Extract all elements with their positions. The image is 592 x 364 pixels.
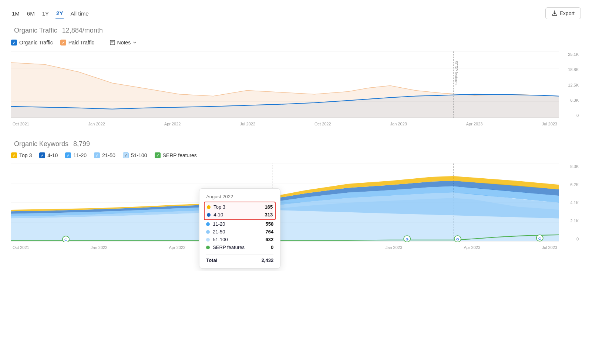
tooltip-dot-4-10 [207, 213, 211, 217]
legend-paid-traffic[interactable]: ✓ Paid Traffic [60, 40, 94, 46]
notes-button[interactable]: Notes [110, 40, 137, 46]
legend-4-10[interactable]: ✓ 4-10 [39, 152, 58, 158]
keywords-legend: ✓ Top 3 ✓ 4-10 ✓ 11-20 ✓ 21-50 ✓ 51 [11, 152, 581, 158]
4-10-checkbox: ✓ [39, 152, 45, 158]
time-btn-1m[interactable]: 1M [11, 9, 20, 18]
notes-icon [110, 40, 115, 46]
time-range-bar: 1M 6M 1Y 2Y All time Export [11, 7, 581, 19]
organic-keywords-title: Organic Keywords 8,799 [11, 140, 581, 148]
export-button[interactable]: Export [545, 7, 581, 19]
tooltip-dot-21-50 [206, 230, 210, 234]
tooltip-dot-top3 [207, 205, 211, 209]
svg-rect-0 [110, 40, 115, 45]
serp-checkbox: ✓ [155, 152, 161, 158]
legend-11-20[interactable]: ✓ 11-20 [65, 152, 87, 158]
tooltip-box: August 2022 Top 3 165 4-10 313 [199, 188, 280, 269]
paid-traffic-checkbox: ✓ [60, 40, 66, 46]
time-range-buttons: 1M 6M 1Y 2Y All time [11, 9, 90, 18]
time-btn-1y[interactable]: 1Y [41, 9, 50, 18]
keywords-chart: G G G G G 8.3K 6.2K 4.1K 2.1K 0 Oct 2021… [11, 164, 581, 252]
legend-top3[interactable]: ✓ Top 3 [11, 152, 32, 158]
keywords-x-labels: Oct 2021 Jan 2022 Apr 2022 Jul 2022 Jan … [11, 243, 559, 252]
keywords-y-labels: 8.3K 6.2K 4.1K 2.1K 0 [561, 164, 581, 242]
tooltip-header: August 2022 [206, 194, 273, 199]
svg-text:SERP features: SERP features [454, 61, 459, 85]
traffic-x-labels: Oct 2021 Jan 2022 Apr 2022 Jul 2022 Oct … [11, 119, 559, 129]
tooltip-row-11-20: 11-20 558 [206, 220, 273, 228]
svg-text:G: G [406, 237, 408, 241]
traffic-legend: ✓ Organic Traffic ✓ Paid Traffic Notes [11, 39, 581, 46]
tooltip-row-51-100: 51-100 632 [206, 236, 273, 243]
organic-traffic-checkbox: ✓ [11, 40, 17, 46]
tooltip-dot-51-100 [206, 238, 210, 242]
legend-divider [102, 39, 102, 46]
time-btn-alltime[interactable]: All time [70, 9, 89, 18]
organic-traffic-section: Organic Traffic 12,884/month ✓ Organic T… [11, 27, 581, 129]
legend-51-100[interactable]: ✓ 51-100 [123, 152, 147, 158]
tooltip-dot-11-20 [206, 222, 210, 226]
svg-text:G: G [456, 237, 459, 241]
traffic-chart: SERP features 25.1K 18.8K 12.5K 6.3K 0 O… [11, 51, 581, 129]
traffic-y-labels: 25.1K 18.8K 12.5K 6.3K 0 [561, 51, 581, 118]
legend-organic-traffic[interactable]: ✓ Organic Traffic [11, 40, 53, 46]
tooltip-divider [206, 254, 273, 255]
tooltip-row-21-50: 21-50 764 [206, 228, 273, 236]
time-btn-6m[interactable]: 6M [26, 9, 36, 18]
tooltip-row-4-10: 4-10 313 [206, 211, 273, 219]
export-icon [552, 10, 558, 16]
svg-text:G: G [538, 236, 541, 240]
time-btn-2y[interactable]: 2Y [56, 9, 64, 18]
51-100-checkbox: ✓ [123, 152, 129, 158]
organic-keywords-section: Organic Keywords 8,799 ✓ Top 3 ✓ 4-10 ✓ … [11, 140, 581, 252]
tooltip-total: Total 2,432 [206, 257, 273, 263]
organic-traffic-title: Organic Traffic 12,884/month [11, 27, 581, 34]
tooltip-row-serp: SERP features 0 [206, 243, 273, 251]
tooltip-dot-serp [206, 246, 210, 249]
legend-21-50[interactable]: ✓ 21-50 [94, 152, 115, 158]
svg-text:G: G [64, 237, 67, 242]
11-20-checkbox: ✓ [65, 152, 71, 158]
legend-serp[interactable]: ✓ SERP features [155, 152, 197, 158]
chevron-down-icon [132, 40, 137, 45]
21-50-checkbox: ✓ [94, 152, 100, 158]
top3-checkbox: ✓ [11, 152, 17, 158]
tooltip-row-top3: Top 3 165 [206, 203, 273, 211]
